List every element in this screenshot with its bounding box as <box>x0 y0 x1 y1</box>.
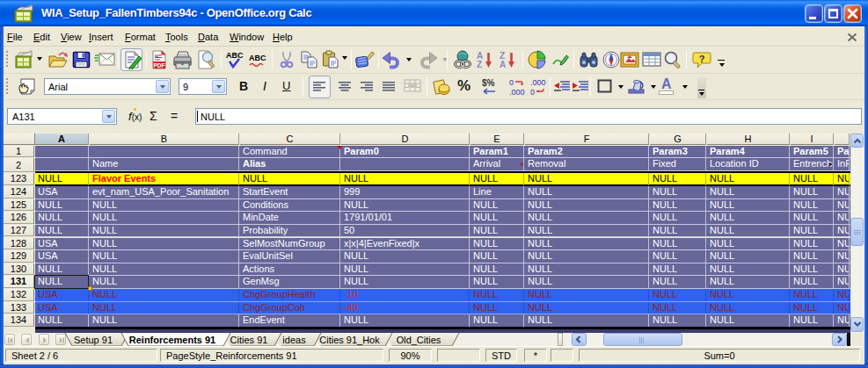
svg-text:$%: $% <box>482 78 495 88</box>
svg-text:0: 0 <box>509 78 514 87</box>
svg-text:.000: .000 <box>530 78 546 87</box>
svg-text:Z: Z <box>477 60 482 69</box>
svg-text:ABC: ABC <box>249 54 266 62</box>
svg-text:ABC: ABC <box>226 51 244 60</box>
svg-text:.000: .000 <box>509 88 525 97</box>
svg-text:A: A <box>500 60 506 69</box>
svg-text:?: ? <box>699 54 705 64</box>
svg-text:0: 0 <box>530 88 535 97</box>
svg-text:PDF: PDF <box>154 62 165 69</box>
